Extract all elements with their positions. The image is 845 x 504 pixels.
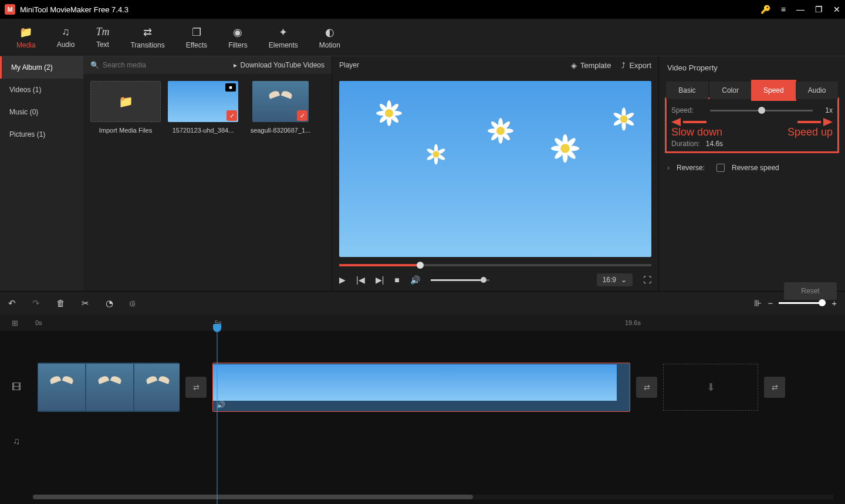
zoom-out-button[interactable]: − [768, 298, 773, 308]
maximize-icon[interactable]: ❐ [815, 5, 823, 14]
timeline-toolbar: ↶ ↷ 🗑 ✂ ◔ ⟃ ⊪ − + [0, 291, 845, 314]
toolbar-filters[interactable]: ◉ Filters [218, 19, 258, 56]
transition-button[interactable]: ⇄ [764, 377, 785, 398]
play-button[interactable]: ▶ [339, 275, 346, 285]
reverse-speed-label: Reverse speed [732, 164, 779, 172]
transition-button[interactable]: ⇄ [636, 377, 657, 398]
chevron-down-icon: ⌄ [621, 276, 627, 284]
speed-label: Speed: [671, 106, 704, 114]
tab-color[interactable]: Color [709, 82, 752, 99]
media-item-video[interactable]: ■ ✓ 15720123-uhd_384... [168, 81, 238, 134]
elements-icon: ✦ [279, 26, 288, 39]
tab-audio[interactable]: Audio [796, 82, 838, 99]
sidebar-pictures[interactable]: Pictures (1) [0, 123, 83, 146]
property-title: Video Property [659, 63, 845, 82]
template-button[interactable]: ◈ Template [571, 61, 611, 70]
property-panel: Video Property Basic Color Speed Audio S… [659, 56, 845, 291]
reverse-checkbox[interactable] [716, 164, 725, 172]
crop-button[interactable]: ⟃ [130, 298, 135, 308]
close-icon[interactable]: ✕ [833, 5, 840, 14]
next-frame-button[interactable]: ▶| [376, 275, 384, 285]
clip-daisies[interactable]: 🔊 [212, 363, 630, 412]
sidebar-myalbum[interactable]: My Album (2) [0, 56, 83, 79]
minimize-icon[interactable]: — [796, 5, 805, 14]
redo-button[interactable]: ↷ [32, 298, 40, 309]
toolbar-text[interactable]: Tт Text [85, 19, 120, 56]
tab-basic[interactable]: Basic [666, 82, 708, 99]
toolbar-elements[interactable]: ✦ Elements [258, 19, 309, 56]
media-panel: My Album (2) Videos (1) Music (0) Pictur… [0, 56, 332, 291]
effects-icon: ❐ [192, 26, 201, 39]
add-track-icon[interactable]: ⊞ [12, 319, 18, 327]
fullscreen-button[interactable]: ⛶ [643, 275, 651, 285]
video-badge-icon: ■ [225, 83, 236, 92]
audio-track-icon: ♫ [13, 436, 20, 447]
duration-label: Duration: [671, 140, 700, 148]
media-item-image[interactable]: ✓ seagull-8320687_1... [245, 81, 316, 134]
key-icon[interactable]: 🔑 [760, 5, 770, 14]
zoom-in-button[interactable]: + [832, 298, 837, 308]
volume-slider[interactable] [431, 279, 489, 281]
placeholder-clip[interactable]: ⬇ [663, 364, 758, 411]
annotation-slow-down [671, 118, 707, 126]
download-youtube-link[interactable]: ▸ Download YouTube Videos [234, 61, 325, 69]
tab-speed[interactable]: Speed [753, 82, 795, 99]
speed-slider[interactable] [710, 110, 813, 111]
speed-button[interactable]: ◔ [106, 298, 113, 309]
speed-value: 1x [819, 106, 833, 114]
clip-seagull[interactable] [38, 363, 180, 412]
video-track: 🎞 ⇄ 🔊 ⇄ ⬇ ⇄ [0, 360, 845, 414]
folder-icon: 📁 [119, 94, 133, 109]
chevron-right-icon[interactable]: › [667, 164, 670, 172]
folder-icon: 📁 [19, 26, 32, 39]
app-icon: M [5, 4, 15, 15]
video-track-icon: 🎞 [12, 382, 21, 393]
duration-value: 14.6s [706, 140, 723, 148]
toolbar-media[interactable]: 📁 Media [6, 19, 46, 56]
magnet-icon[interactable]: ⊪ [754, 298, 762, 309]
playhead-line [217, 331, 218, 504]
motion-icon: ◐ [325, 26, 334, 39]
clip-audio-icon: 🔊 [217, 401, 225, 409]
zoom-slider[interactable] [779, 302, 826, 304]
youtube-icon: ▸ [234, 61, 237, 69]
toolbar-effects[interactable]: ❐ Effects [175, 19, 218, 56]
media-sidebar: My Album (2) Videos (1) Music (0) Pictur… [0, 56, 83, 291]
export-button[interactable]: ⤴ Export [621, 61, 651, 70]
timeline-tracks: 🎞 ⇄ 🔊 ⇄ ⬇ ⇄ ♫ [0, 331, 845, 504]
import-media-button[interactable]: 📁 Import Media Files [90, 81, 161, 134]
filters-icon: ◉ [233, 26, 242, 39]
audio-track: ♫ [0, 414, 845, 468]
timeline-ruler[interactable]: ⊞ 0s 5s 19.6s [0, 314, 845, 331]
aspect-ratio-select[interactable]: 16:9 ⌄ [597, 273, 633, 286]
menu-icon[interactable]: ≡ [781, 5, 786, 14]
volume-icon[interactable]: 🔊 [410, 275, 420, 285]
progress-bar[interactable] [339, 264, 651, 266]
sidebar-videos[interactable]: Videos (1) [0, 79, 83, 101]
reverse-label: Reverse: [677, 164, 705, 172]
prev-frame-button[interactable]: |◀ [356, 275, 365, 285]
toolbar-transitions[interactable]: ⇄ Transitions [120, 19, 175, 56]
sidebar-music[interactable]: Music (0) [0, 101, 83, 123]
check-icon: ✓ [227, 110, 237, 121]
annotation-speed-up [797, 118, 833, 126]
export-icon: ⤴ [621, 61, 626, 70]
speed-annotation-box: Speed: 1x Slow down Speed up Duration: 1… [665, 97, 839, 153]
split-button[interactable]: ✂ [82, 298, 89, 309]
stop-button[interactable]: ■ [394, 275, 399, 285]
search-input[interactable]: 🔍 Search media [90, 61, 146, 69]
template-icon: ◈ [571, 61, 577, 70]
player-panel: Player ◈ Template ⤴ Export [332, 56, 659, 291]
toolbar-audio[interactable]: ♫ Audio [46, 19, 86, 56]
player-title: Player [339, 61, 359, 69]
undo-button[interactable]: ↶ [8, 298, 16, 309]
toolbar-motion[interactable]: ◐ Motion [309, 19, 351, 56]
music-icon: ♫ [62, 26, 70, 38]
delete-button[interactable]: 🗑 [56, 298, 65, 308]
check-icon: ✓ [297, 110, 307, 121]
timeline-scrollbar[interactable] [33, 495, 833, 499]
reset-button[interactable]: Reset [784, 282, 837, 300]
transitions-icon: ⇄ [143, 26, 152, 39]
transition-button[interactable]: ⇄ [185, 377, 207, 398]
app-title: MiniTool MovieMaker Free 7.4.3 [20, 5, 129, 14]
